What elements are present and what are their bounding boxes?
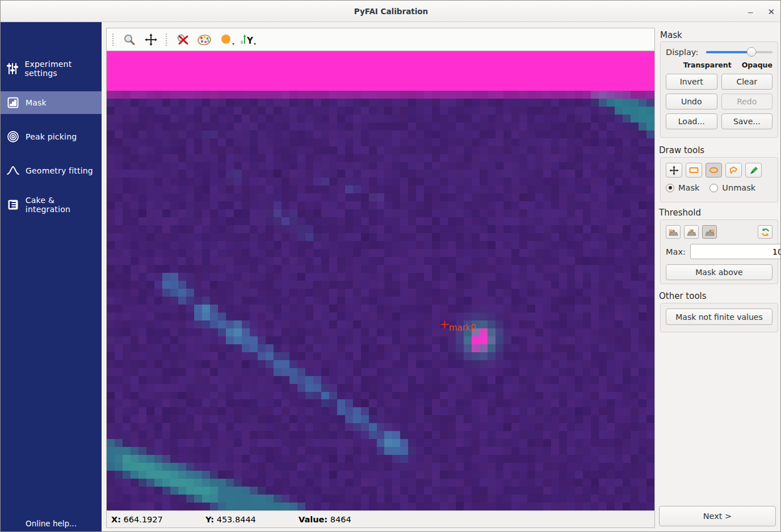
unmask-radio[interactable]: Unmask bbox=[709, 183, 755, 192]
mask-section-title: Mask bbox=[660, 30, 682, 40]
peak-curve-icon bbox=[6, 165, 20, 176]
status-value: Value: 8464 bbox=[299, 515, 351, 524]
dropdown-caret-icon: ▾ bbox=[232, 41, 234, 47]
sidebar-item-mask[interactable]: Mask bbox=[1, 91, 102, 114]
toolbar-drag-handle[interactable] bbox=[112, 33, 115, 46]
detector-canvas[interactable] bbox=[107, 51, 654, 510]
sidebar-item-cake-integration[interactable]: Cake & integration bbox=[1, 188, 102, 222]
ellipse-icon bbox=[708, 166, 719, 175]
sidebar-item-label: Mask bbox=[26, 98, 47, 107]
histogram-above-icon bbox=[705, 229, 715, 236]
mask-above-button[interactable]: Mask above bbox=[666, 264, 772, 280]
viewer-toolbar: ▾ 0Y ▾ bbox=[107, 28, 654, 51]
mask-radio-label: Mask bbox=[678, 183, 699, 192]
mask-not-finite-button[interactable]: Mask not finite values bbox=[666, 309, 772, 325]
viewer-status-bar: X: 664.1927 Y: 453.8444 Value: 8464 bbox=[107, 510, 654, 527]
minimize-button[interactable]: – bbox=[748, 7, 753, 16]
mask-color-circle-icon bbox=[220, 33, 232, 46]
threshold-group: Max: Mask above bbox=[660, 219, 778, 284]
zoom-reset-button[interactable] bbox=[174, 31, 192, 48]
load-button[interactable]: Load... bbox=[666, 113, 717, 129]
slider-fill bbox=[706, 51, 751, 53]
sliders-icon bbox=[6, 62, 19, 75]
polygon-tool-button[interactable] bbox=[725, 163, 742, 178]
close-button[interactable]: ✕ bbox=[767, 7, 775, 16]
slider-handle[interactable] bbox=[746, 47, 756, 57]
slider-min-label: Transparent bbox=[683, 61, 732, 69]
histogram-below-icon bbox=[669, 229, 678, 236]
pyfai-calibration-window: PyFAI Calibration – ✕ Experiment setting… bbox=[0, 0, 781, 532]
mask-between-threshold-button[interactable] bbox=[684, 225, 699, 239]
mask-above-threshold-button[interactable] bbox=[702, 225, 717, 239]
toolbar-drag-handle[interactable] bbox=[166, 33, 168, 46]
slider-max-label: Opaque bbox=[742, 61, 772, 69]
sidebar-item-label: Peak picking bbox=[26, 132, 77, 141]
pan-arrows-icon bbox=[144, 33, 158, 47]
invert-button[interactable]: Invert bbox=[666, 74, 717, 90]
threshold-title: Threshold bbox=[659, 208, 701, 218]
radio-selected-icon bbox=[666, 184, 674, 192]
image-viewer: ▾ 0Y ▾ + mark0 X: 664.1927 Y: 453.8444 V… bbox=[106, 28, 655, 528]
ellipse-tool-button[interactable] bbox=[706, 163, 722, 178]
next-button[interactable]: Next > bbox=[659, 506, 776, 526]
dropdown-caret-icon: ▾ bbox=[254, 41, 256, 47]
clear-button[interactable]: Clear bbox=[721, 74, 773, 90]
radio-unselected-icon bbox=[709, 184, 718, 192]
draw-tools-group: Mask Unmask bbox=[660, 157, 778, 202]
pencil-tool-button[interactable] bbox=[745, 163, 762, 178]
titlebar: PyFAI Calibration – ✕ bbox=[1, 1, 781, 22]
sidebar-item-label: Geometry fitting bbox=[26, 166, 93, 175]
histogram-between-icon bbox=[687, 229, 696, 236]
sidebar: Experiment settings Mask Peak picking Ge… bbox=[1, 22, 102, 532]
move-arrows-icon bbox=[669, 166, 679, 175]
save-button[interactable]: Save... bbox=[721, 113, 773, 129]
palette-icon bbox=[197, 33, 212, 47]
sidebar-item-peak-picking[interactable]: Peak picking bbox=[1, 120, 102, 154]
status-y: Y: 453.8444 bbox=[205, 515, 299, 524]
mask-radio[interactable]: Mask bbox=[666, 183, 699, 192]
svg-text:Y: Y bbox=[246, 36, 254, 46]
sidebar-item-label: Experiment settings bbox=[24, 60, 102, 78]
refresh-icon bbox=[761, 227, 770, 237]
rectangle-tool-button[interactable] bbox=[686, 163, 702, 178]
mask-opacity-slider[interactable] bbox=[706, 47, 772, 57]
other-tools-title: Other tools bbox=[659, 291, 707, 301]
other-tools-group: Mask not finite values bbox=[660, 303, 778, 332]
zoom-tool-button[interactable] bbox=[120, 31, 138, 48]
redo-button[interactable]: Redo bbox=[721, 94, 773, 109]
undo-button[interactable]: Undo bbox=[666, 94, 717, 109]
sidebar-item-geometry-fitting[interactable]: Geometry fitting bbox=[1, 154, 102, 188]
svg-text:0: 0 bbox=[241, 40, 243, 45]
colormap-button[interactable] bbox=[195, 31, 213, 48]
peak-marker-label: mark0 bbox=[449, 323, 476, 333]
reload-threshold-button[interactable] bbox=[758, 225, 772, 239]
move-tool-button[interactable] bbox=[666, 163, 682, 178]
target-icon bbox=[6, 130, 20, 143]
draw-tools-title: Draw tools bbox=[659, 145, 704, 155]
max-label: Max: bbox=[666, 247, 686, 256]
mask-image-icon bbox=[6, 97, 20, 108]
rectangle-icon bbox=[688, 166, 699, 175]
mask-group: Display: Transparent Opaque Invert Clear… bbox=[660, 41, 778, 138]
mask-below-threshold-button[interactable] bbox=[666, 225, 681, 239]
max-threshold-input[interactable] bbox=[690, 244, 781, 259]
magnifier-icon bbox=[123, 33, 136, 47]
polygon-icon bbox=[728, 166, 739, 175]
sidebar-item-label: Cake & integration bbox=[26, 196, 102, 214]
window-title: PyFAI Calibration bbox=[354, 7, 428, 16]
unmask-radio-label: Unmask bbox=[722, 183, 755, 192]
mask-color-button[interactable]: ▾ bbox=[217, 31, 235, 48]
online-help-link[interactable]: Online help... bbox=[1, 519, 102, 528]
zoom-reset-icon bbox=[176, 33, 190, 47]
detector-image-area[interactable]: + mark0 bbox=[107, 51, 654, 510]
display-label: Display: bbox=[666, 48, 698, 57]
list-box-icon bbox=[6, 199, 20, 210]
sidebar-item-experiment-settings[interactable]: Experiment settings bbox=[1, 52, 102, 86]
axes-orientation-button[interactable]: 0Y ▾ bbox=[238, 31, 257, 48]
pan-tool-button[interactable] bbox=[142, 31, 160, 48]
y-axis-icon: 0Y bbox=[240, 33, 255, 47]
status-x: X: 664.1927 bbox=[111, 515, 205, 524]
pencil-icon bbox=[749, 166, 759, 175]
